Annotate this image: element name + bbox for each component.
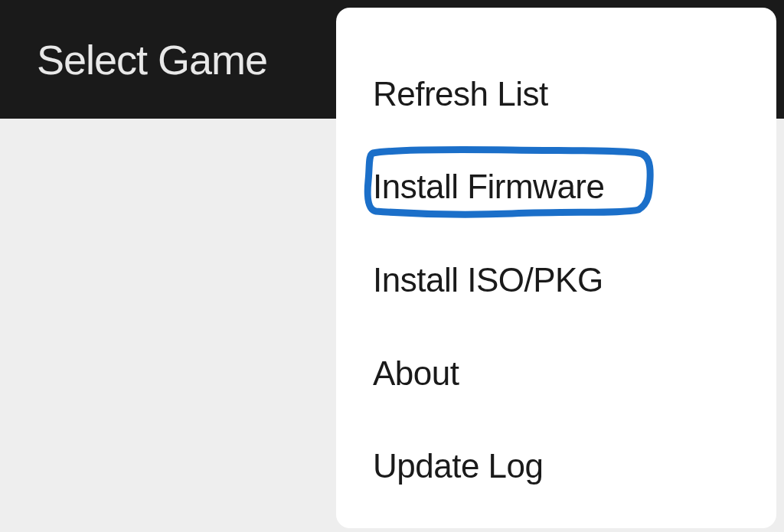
menu-item-label: Refresh List [373, 75, 548, 113]
dropdown-menu: Refresh List Install Firmware Install IS… [336, 8, 776, 528]
page-title: Select Game [37, 36, 267, 83]
menu-item-about[interactable]: About [336, 327, 776, 420]
menu-item-label: Install Firmware [373, 168, 605, 206]
menu-item-refresh-list[interactable]: Refresh List [336, 47, 776, 141]
menu-item-label: About [373, 354, 459, 393]
menu-item-install-firmware[interactable]: Install Firmware [336, 141, 776, 234]
menu-item-label: Update Log [373, 447, 544, 485]
menu-item-update-log[interactable]: Update Log [336, 419, 776, 513]
menu-item-label: Install ISO/PKG [373, 261, 603, 299]
menu-item-install-iso-pkg[interactable]: Install ISO/PKG [336, 233, 776, 327]
